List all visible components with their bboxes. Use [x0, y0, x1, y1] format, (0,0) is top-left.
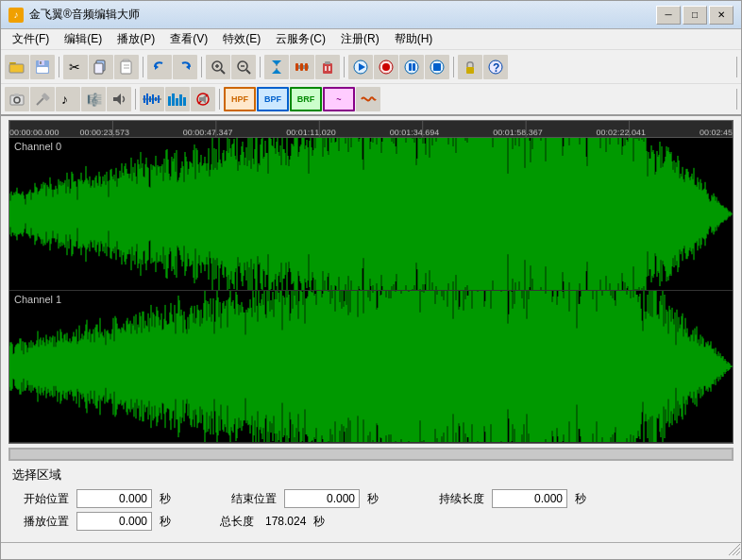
zoom-out-button[interactable] — [231, 55, 256, 79]
svg-rect-63 — [176, 98, 178, 106]
svg-rect-64 — [179, 94, 182, 106]
end-label: 结束位置 — [220, 491, 277, 507]
resize-grip[interactable] — [729, 544, 740, 558]
horizontal-scrollbar[interactable] — [8, 448, 734, 461]
record-button[interactable] — [374, 55, 398, 79]
bpf-button[interactable]: BRF — [290, 87, 322, 111]
lock-button[interactable] — [458, 55, 482, 79]
right-sep2 — [736, 89, 737, 110]
sep4 — [260, 57, 261, 77]
start-label: 开始位置 — [12, 491, 69, 507]
hpf-label: BPF — [264, 94, 281, 104]
sep6 — [453, 57, 454, 77]
split-button[interactable] — [264, 55, 289, 79]
menu-cloud[interactable]: 云服务(C) — [268, 29, 333, 49]
waveform-area[interactable]: Channel 0 Channel 1 — [8, 120, 734, 444]
svg-marker-53 — [113, 93, 121, 105]
svg-rect-5 — [37, 67, 48, 73]
minimize-button[interactable]: ─ — [656, 6, 681, 25]
sep5 — [344, 57, 345, 77]
title-bar-buttons: ─ □ ✕ — [656, 6, 734, 25]
channel-0[interactable]: Channel 0 — [9, 138, 733, 291]
menu-effects[interactable]: 特效(E) — [215, 29, 268, 49]
volume-button[interactable] — [107, 87, 131, 111]
mute-button[interactable] — [191, 87, 215, 111]
svg-line-49 — [37, 98, 43, 105]
svg-text:♪: ♪ — [61, 92, 68, 107]
main-window: ♪ 金飞翼®音频编辑大师 ─ □ ✕ 文件(F) 编辑(E) 播放(P) 查看(… — [0, 0, 742, 560]
music-button[interactable]: ♪ — [56, 87, 80, 111]
start-unit: 秒 — [160, 491, 177, 507]
svg-point-37 — [382, 63, 390, 71]
selection-area: 选择区域 开始位置 秒 结束位置 秒 持续长度 秒 播放位置 秒 总长度 178… — [1, 461, 741, 542]
title-bar: ♪ 金飞翼®音频编辑大师 ─ □ ✕ — [1, 1, 741, 29]
copy-button[interactable] — [89, 55, 113, 79]
svg-marker-24 — [272, 60, 281, 65]
svg-rect-39 — [409, 63, 412, 71]
title-bar-left: ♪ 金飞翼®音频编辑大师 — [8, 7, 140, 23]
menu-register[interactable]: 注册(R) — [333, 29, 387, 49]
redo-button[interactable] — [173, 55, 197, 79]
play-button[interactable] — [348, 55, 373, 79]
brf-button[interactable]: ~ — [323, 87, 355, 111]
toolbar1: ✂ — [1, 50, 741, 84]
zoom-in-button[interactable] — [206, 55, 230, 79]
sep2 — [143, 57, 143, 77]
close-button[interactable]: ✕ — [709, 6, 734, 25]
delete-button[interactable] — [315, 55, 340, 79]
menu-play[interactable]: 播放(P) — [110, 29, 162, 49]
end-unit: 秒 — [367, 491, 384, 507]
snapshot-button[interactable] — [5, 87, 29, 111]
lpf-button[interactable]: HPF — [224, 87, 256, 111]
paste-button[interactable] — [114, 55, 139, 79]
eq-button[interactable] — [356, 87, 380, 111]
menu-file[interactable]: 文件(F) — [5, 29, 57, 49]
window-title: 金飞翼®音频编辑大师 — [29, 7, 140, 23]
start-input[interactable] — [76, 489, 152, 508]
playpos-input[interactable] — [76, 512, 152, 531]
cut-button[interactable]: ✂ — [63, 55, 88, 79]
svg-rect-9 — [94, 63, 103, 74]
playpos-label: 播放位置 — [12, 514, 69, 530]
sep-t2-1 — [135, 89, 136, 110]
svg-line-70 — [733, 548, 740, 555]
waveform-channel-1 — [9, 291, 733, 443]
hpf-button[interactable]: BPF — [257, 87, 289, 111]
menu-edit[interactable]: 编辑(E) — [57, 29, 110, 49]
tool-button[interactable] — [30, 87, 55, 111]
end-input[interactable] — [284, 489, 360, 508]
spectrum-button[interactable] — [165, 87, 190, 111]
lpf-label: HPF — [231, 94, 248, 104]
selection-row-1: 开始位置 秒 结束位置 秒 持续长度 秒 — [12, 489, 730, 508]
svg-rect-30 — [323, 63, 332, 74]
save-button[interactable] — [30, 55, 55, 79]
maximize-button[interactable]: □ — [683, 6, 707, 25]
status-bar — [1, 542, 741, 559]
scrollbar-thumb[interactable] — [10, 450, 732, 459]
svg-rect-61 — [168, 96, 171, 106]
svg-text:✂: ✂ — [69, 59, 80, 75]
svg-rect-31 — [325, 61, 330, 64]
silence-button[interactable] — [290, 55, 314, 79]
svg-rect-27 — [295, 63, 298, 71]
svg-text:?: ? — [493, 61, 499, 75]
svg-rect-40 — [413, 63, 415, 71]
channel-0-label: Channel 0 — [14, 141, 61, 152]
pause-button[interactable] — [399, 55, 424, 79]
svg-rect-29 — [305, 63, 308, 71]
waveform-button[interactable] — [140, 87, 164, 111]
stop-button[interactable] — [425, 55, 449, 79]
svg-rect-43 — [466, 67, 474, 74]
menu-view[interactable]: 查看(V) — [162, 29, 215, 49]
menu-help[interactable]: 帮助(H) — [387, 29, 441, 49]
duration-label: 持续长度 — [428, 491, 484, 507]
score-button[interactable]: 🎼 — [81, 87, 106, 111]
undo-button[interactable] — [147, 55, 172, 79]
help-button[interactable]: ? — [483, 55, 508, 79]
duration-input[interactable] — [492, 489, 567, 508]
channel-1[interactable]: Channel 1 — [9, 291, 733, 444]
open-button[interactable] — [5, 55, 29, 79]
sep-t2-2 — [219, 89, 220, 110]
toolbar2: ♪ 🎼 HPF BPF BRF — [1, 84, 741, 116]
right-sep — [736, 57, 737, 77]
